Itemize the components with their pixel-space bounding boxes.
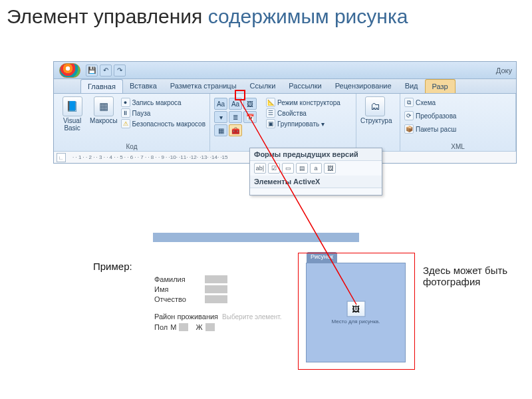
slide-title: Элемент управления содержимым рисунка: [7, 5, 408, 27]
redo-icon[interactable]: ↷: [114, 65, 126, 76]
row-lastname: Фамилия: [154, 275, 282, 283]
tab-home[interactable]: Главная: [80, 79, 123, 93]
legacy-image-icon[interactable]: 🖼: [324, 163, 336, 174]
legacy-label-icon[interactable]: a: [310, 163, 322, 174]
design-icon: 📐: [266, 98, 275, 107]
row-gender: Пол М Ж: [154, 323, 282, 331]
row-patronymic: Отчество: [154, 295, 282, 303]
properties-icon: ☰: [266, 108, 275, 118]
patronymic-field[interactable]: [205, 295, 227, 303]
structure-icon: 🗂: [365, 96, 385, 116]
tab-view[interactable]: Вид: [398, 79, 425, 93]
expansion-packs-button[interactable]: 📦Пакеты расш: [404, 124, 456, 134]
richtext-control-icon[interactable]: Aa: [214, 98, 227, 110]
row-firstname: Имя: [154, 285, 282, 293]
legacy-checkbox-icon[interactable]: ☑: [268, 163, 280, 174]
properties-button[interactable]: ☰Свойства: [266, 108, 340, 118]
group-code: 📘 Visual Basic ▦ Макросы ●Запись макроса…: [54, 94, 210, 151]
tab-mailings[interactable]: Рассылки: [282, 79, 328, 93]
office-button[interactable]: [59, 63, 80, 78]
dropdown-activex-row: [250, 188, 382, 195]
pause-icon: ⏸: [121, 108, 130, 118]
gender-f-checkbox[interactable]: [205, 323, 215, 331]
schema-button[interactable]: ⧉Схема: [404, 98, 436, 107]
save-icon[interactable]: 💾: [86, 65, 98, 76]
macros-button[interactable]: ▦ Макросы: [89, 95, 118, 125]
controls-gallery: Aa Aa 🖼 ▾ ≣ 📅 ▦ 🧰: [214, 98, 263, 136]
design-mode-button[interactable]: 📐Режим конструктора: [266, 98, 340, 107]
window-doc-label: Доку: [496, 66, 516, 74]
record-macro-button[interactable]: ●Запись макроса: [121, 98, 206, 107]
ribbon-tabs: Главная Вставка Разметка страницы Ссылки…: [54, 79, 516, 94]
group-controls: Aa Aa 🖼 ▾ ≣ 📅 ▦ 🧰 📐Режим конструктора ☰С…: [210, 94, 356, 151]
example-label: Пример:: [93, 261, 132, 272]
pause-button[interactable]: ⏸Пауза: [121, 108, 206, 118]
doc-header-strip: [153, 233, 359, 242]
building-block-icon[interactable]: ▦: [214, 124, 227, 136]
structure-button[interactable]: 🗂 Структура: [360, 95, 390, 125]
row-region: Район проживания Выберите элемент.: [154, 313, 282, 321]
quick-access-toolbar: 💾 ↶ ↷: [86, 65, 126, 76]
ribbon-body: 📘 Visual Basic ▦ Макросы ●Запись макроса…: [54, 94, 516, 151]
legacy-tools-dropdown: Формы предыдущих версий ab| ☑ ▭ ▤ a 🖼 Эл…: [249, 148, 382, 196]
visual-basic-button[interactable]: 📘 Visual Basic: [58, 95, 86, 132]
schema-icon: ⧉: [404, 98, 414, 107]
annotation-text: Здесь может быть фотография: [423, 265, 532, 288]
legacy-combobox-icon[interactable]: ▭: [282, 163, 294, 174]
firstname-field[interactable]: [205, 285, 227, 293]
transform-icon: ⟳: [404, 111, 414, 120]
picture-control-icon[interactable]: 🖼: [243, 98, 257, 110]
legacy-tools-button[interactable]: 🧰: [229, 124, 242, 136]
tab-insert[interactable]: Вставка: [123, 79, 164, 93]
undo-icon[interactable]: ↶: [100, 65, 112, 76]
group-xml-label: XML: [404, 143, 511, 151]
packs-icon: 📦: [404, 124, 414, 134]
group-code-label: Код: [58, 143, 205, 151]
combobox-control-icon[interactable]: ▾: [214, 111, 227, 123]
gender-m-checkbox[interactable]: [179, 323, 188, 331]
dropdown-legacy-row: ab| ☑ ▭ ▤ a 🖼: [250, 161, 382, 176]
macros-icon: ▦: [94, 96, 114, 116]
slide-title-accent: содержимым рисунка: [208, 5, 408, 27]
slide-title-plain: Элемент управления: [7, 5, 202, 27]
legacy-listbox-icon[interactable]: ▤: [296, 163, 308, 174]
region-dropdown-placeholder[interactable]: Выберите элемент.: [222, 313, 281, 321]
macro-security-button[interactable]: ⚠Безопасность макросов: [121, 119, 206, 128]
callout-line: [0, 0, 532, 399]
tab-developer[interactable]: Разр: [425, 79, 456, 93]
group-button[interactable]: ▣Группировать ▾: [266, 119, 340, 128]
callout-target: [298, 253, 415, 370]
transform-button[interactable]: ⟳Преобразова: [404, 111, 456, 120]
legacy-textfield-icon[interactable]: ab|: [254, 163, 266, 174]
dropdown-control-icon[interactable]: ≣: [229, 111, 242, 123]
example-form: Фамилия Имя Отчество Район проживания Вы…: [154, 275, 282, 331]
ruler-corner-icon[interactable]: ∟: [57, 153, 66, 162]
group-icon: ▣: [266, 119, 275, 128]
tab-review[interactable]: Рецензирование: [329, 79, 398, 93]
title-bar: 💾 ↶ ↷ Доку: [54, 62, 516, 79]
group-xml: ⧉Схема ⟳Преобразова 📦Пакеты расш XML: [400, 94, 516, 151]
tab-references[interactable]: Ссылки: [243, 79, 283, 93]
group-structure: 🗂 Структура: [356, 94, 400, 151]
tab-layout[interactable]: Разметка страницы: [164, 79, 243, 93]
date-control-icon[interactable]: 📅: [243, 111, 257, 123]
record-icon: ●: [121, 98, 130, 107]
dropdown-activex-header: Элементы ActiveX: [250, 176, 382, 188]
vb-icon: 📘: [63, 96, 82, 116]
dropdown-legacy-header: Формы предыдущих версий: [250, 148, 382, 161]
lastname-field[interactable]: [205, 275, 227, 283]
callout-source: [235, 90, 245, 100]
warning-icon: ⚠: [121, 119, 130, 128]
